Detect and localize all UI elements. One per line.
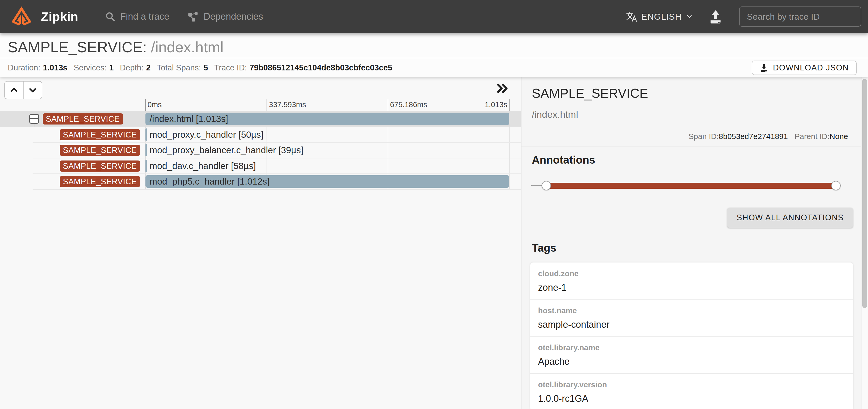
- show-all-annotations-button[interactable]: SHOW ALL ANNOTATIONS: [727, 208, 853, 228]
- stat-label: Services:: [74, 63, 106, 72]
- stat-label: Depth:: [120, 63, 143, 72]
- time-tick-mark: [388, 99, 388, 111]
- span-row[interactable]: SAMPLE_SERVICEmod_proxy_balancer.c_handl…: [0, 143, 521, 158]
- span-duration-bar: [146, 144, 147, 156]
- span-row[interactable]: SAMPLE_SERVICEmod_php5.c_handler [1.012s…: [0, 174, 521, 189]
- detail-service-name: SAMPLE_SERVICE: [532, 86, 648, 101]
- time-tick-mark: [145, 99, 146, 111]
- trace-header: SAMPLE_SERVICE:/index.html Duration:1.01…: [0, 33, 868, 77]
- service-badge: SAMPLE_SERVICE: [60, 176, 140, 187]
- service-badge: SAMPLE_SERVICE: [43, 114, 123, 125]
- zipkin-app: Zipkin Find a trace Dependencies: [0, 0, 868, 409]
- span-nav-buttons: [4, 81, 42, 99]
- trace-content: 0ms337.593ms675.186ms1.013s SAMPLE_SERVI…: [0, 77, 868, 409]
- stat-label: Trace ID:: [214, 63, 247, 72]
- parent-id-label: Parent ID:: [795, 132, 830, 140]
- trace-timeline-panel: 0ms337.593ms675.186ms1.013s SAMPLE_SERVI…: [0, 77, 521, 409]
- span-label: mod_proxy.c_handler [50µs]: [150, 127, 264, 143]
- title-service: SAMPLE_SERVICE: [8, 38, 143, 55]
- span-ids: Span ID:8b053ed7e2741891Parent ID:None: [689, 132, 848, 141]
- tag-key: host.name: [538, 306, 577, 315]
- span-rows: SAMPLE_SERVICE/index.html [1.013s]SAMPLE…: [0, 111, 521, 189]
- row-divider: [33, 127, 521, 127]
- tag-value: Apache: [538, 356, 569, 367]
- brand-title[interactable]: Zipkin: [41, 9, 78, 24]
- navbar: Zipkin Find a trace Dependencies: [0, 0, 868, 33]
- time-axis: 0ms337.593ms675.186ms1.013s: [0, 77, 521, 111]
- slider-handle-left[interactable]: [542, 181, 551, 190]
- zipkin-logo[interactable]: [11, 4, 32, 29]
- annotations-title: Annotations: [532, 154, 595, 166]
- span-detail-panel: SAMPLE_SERVICE /index.html Span ID:8b053…: [521, 77, 868, 409]
- double-chevron-right-icon: [496, 83, 509, 94]
- span-duration-bar: [146, 128, 147, 141]
- span-row[interactable]: SAMPLE_SERVICEmod_dav.c_handler [58µs]: [0, 158, 521, 174]
- collapse-toggle[interactable]: [29, 114, 39, 124]
- time-tick-label: 337.593ms: [269, 100, 306, 109]
- span-duration-bar: [146, 160, 147, 172]
- detail-span-name: /index.html: [532, 109, 578, 120]
- upload-button[interactable]: [708, 9, 723, 24]
- time-tick-mark: [509, 99, 509, 111]
- stat-value: 1.013s: [43, 63, 67, 72]
- stat-label: Duration:: [8, 63, 40, 72]
- prev-span-button[interactable]: [4, 81, 24, 99]
- tag-key: otel.library.version: [538, 380, 607, 389]
- language-label: ENGLISH: [641, 12, 682, 22]
- span-row[interactable]: SAMPLE_SERVICE/index.html [1.013s]: [0, 111, 521, 127]
- chevron-up-icon: [9, 86, 19, 94]
- tag-row: otel.library.version1.0.0-rc1GA: [530, 374, 853, 409]
- time-tick-label: 0ms: [148, 100, 162, 109]
- nav-find-a-trace[interactable]: Find a trace: [105, 11, 169, 22]
- stat-value: 2: [146, 63, 151, 72]
- tag-row: host.namesample-container: [530, 300, 853, 337]
- stat-value: 5: [204, 63, 208, 72]
- parent-id-value: None: [830, 132, 848, 140]
- next-span-button[interactable]: [23, 81, 42, 99]
- slider-handle-right[interactable]: [831, 181, 841, 190]
- nav-dependencies[interactable]: Dependencies: [188, 11, 263, 22]
- span-row[interactable]: SAMPLE_SERVICEmod_proxy.c_handler [50µs]: [0, 127, 521, 143]
- span-id-value: 8b053ed7e2741891: [719, 132, 788, 140]
- row-divider: [33, 174, 521, 174]
- service-badge: SAMPLE_SERVICE: [60, 160, 140, 171]
- trace-stats: Duration:1.013sServices:1Depth:2Total Sp…: [8, 63, 399, 72]
- detail-scrollbar[interactable]: [861, 77, 868, 409]
- span-label: mod_proxy_balancer.c_handler [39µs]: [150, 143, 303, 158]
- chevron-down-icon: [28, 86, 37, 94]
- time-tick-label: 1.013s: [485, 100, 507, 109]
- tag-value: sample-container: [538, 319, 610, 330]
- tag-row: cloud.zonezone-1: [530, 262, 853, 300]
- download-json-button[interactable]: DOWNLOAD JSON: [752, 61, 857, 75]
- detail-divider: [522, 147, 868, 147]
- span-label: mod_php5.c_handler [1.012s]: [150, 174, 270, 189]
- slider-range-bar[interactable]: [546, 183, 836, 189]
- tag-row: otel.library.nameApache: [530, 337, 853, 374]
- chevron-down-icon: [686, 13, 693, 20]
- nav-find-a-trace-label: Find a trace: [120, 11, 169, 22]
- stat-label: Total Spans:: [157, 63, 201, 72]
- trace-id-search-input[interactable]: [739, 6, 861, 27]
- dependencies-icon: [188, 11, 199, 22]
- time-tick-label: 675.186ms: [390, 100, 427, 109]
- expand-detail-button[interactable]: [496, 83, 509, 94]
- tag-value: 1.0.0-rc1GA: [538, 393, 588, 404]
- language-selector[interactable]: ENGLISH: [626, 11, 693, 22]
- scrollbar-thumb[interactable]: [862, 79, 867, 308]
- tag-key: otel.library.name: [538, 343, 600, 352]
- span-id-label: Span ID:: [689, 132, 719, 140]
- span-label: mod_dav.c_handler [58µs]: [150, 158, 256, 174]
- translate-icon: [626, 11, 637, 22]
- stat-value: 79b086512145c104de8b03cbfec03ce5: [249, 63, 392, 72]
- tag-value: zone-1: [538, 282, 566, 293]
- nav-dependencies-label: Dependencies: [204, 11, 263, 22]
- title-span-name: /index.html: [151, 38, 223, 55]
- row-divider: [33, 189, 521, 190]
- tag-key: cloud.zone: [538, 269, 579, 278]
- service-badge: SAMPLE_SERVICE: [60, 145, 140, 156]
- stat-value: 1: [109, 63, 114, 72]
- download-icon: [760, 63, 768, 72]
- page-title: SAMPLE_SERVICE:/index.html: [0, 33, 868, 58]
- download-json-label: DOWNLOAD JSON: [773, 63, 849, 72]
- time-tick-mark: [267, 99, 267, 111]
